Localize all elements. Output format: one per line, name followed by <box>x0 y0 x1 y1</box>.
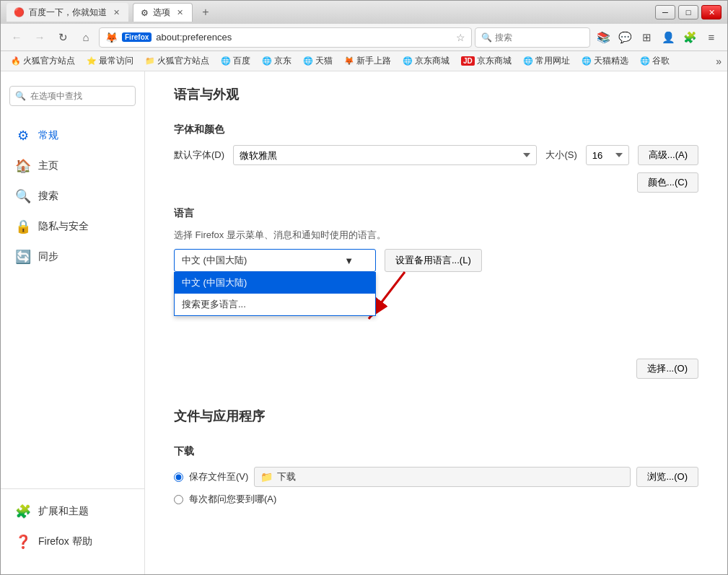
lang-option-more[interactable]: 搜索更多语言... <box>175 294 375 315</box>
sidebar-item-general[interactable]: ⚙ 常规 <box>1 120 144 151</box>
bookmark-most-visited[interactable]: ⭐ 最常访问 <box>82 53 138 69</box>
extensions-icon[interactable]: 🧩 <box>680 27 700 48</box>
lang-option-chinese[interactable]: 中文 (中国大陆) <box>175 272 375 294</box>
download-title: 下载 <box>174 445 698 458</box>
bookmark-tianmao-label: 天猫 <box>315 55 333 67</box>
default-font-label: 默认字体(D) <box>174 149 224 162</box>
language-desc: 选择 Firefox 显示菜单、消息和通知时使用的语言。 <box>174 229 698 242</box>
sidebar-item-home[interactable]: 🏠 主页 <box>1 151 144 181</box>
bookmark-jd-icon: 🌐 <box>262 56 272 66</box>
home-button[interactable]: ⌂ <box>76 27 96 48</box>
tab-baidu-label: 百度一下，你就知道 <box>29 6 107 19</box>
browse-button[interactable]: 浏览...(O) <box>636 467 698 487</box>
content-area: 语言与外观 字体和颜色 默认字体(D) 微软雅黑 大小(S) 16 高级...(… <box>145 71 727 574</box>
home-icon: 🏠 <box>15 158 31 174</box>
sidebar-item-privacy-label: 隐私与安全 <box>38 220 89 233</box>
bookmark-newuser[interactable]: 🦊 新手上路 <box>340 53 395 69</box>
sidebar-item-sync-label: 同步 <box>38 250 58 263</box>
bookmark-fox-icon: 🦊 <box>344 56 354 66</box>
bookmark-common-icon: 🌐 <box>523 56 533 66</box>
navbar: ← → ↻ ⌂ 🦊 Firefox about:preferences ☆ 🔍 … <box>1 24 727 51</box>
save-file-radio[interactable] <box>174 473 183 482</box>
chevron-down-icon: ▼ <box>344 255 354 266</box>
search-box[interactable]: 🔍 <box>475 27 590 48</box>
firefox-icon: 🦊 <box>105 32 118 43</box>
bookmarks-library-icon[interactable]: 📚 <box>593 27 613 48</box>
bookmark-folder-icon: 📁 <box>145 56 155 66</box>
bookmark-jdmall2[interactable]: JD 京东商城 <box>457 53 516 69</box>
bookmark-baidu-label: 百度 <box>233 55 250 67</box>
bookmark-fire-icon: 🔥 <box>11 56 21 66</box>
ask-each-radio[interactable] <box>174 495 183 504</box>
sidebar-item-addons[interactable]: 🧩 扩展和主题 <box>1 496 144 527</box>
bookmark-huohu[interactable]: 🔥 火狐官方站点 <box>6 53 79 69</box>
bookmark-tianmao[interactable]: 🌐 天猫 <box>299 53 337 69</box>
forward-button[interactable]: → <box>30 27 50 48</box>
bookmark-baidu[interactable]: 🌐 百度 <box>216 53 255 69</box>
size-label: 大小(S) <box>545 149 576 162</box>
browser-window: 🔴 百度一下，你就知道 ✕ ⚙ 选项 ✕ + ─ □ ✕ ← → ↻ ⌂ 🦊 F… <box>0 0 728 575</box>
sidebar-item-help[interactable]: ❓ Firefox 帮助 <box>1 527 144 557</box>
chat-icon[interactable]: 💬 <box>615 27 635 48</box>
toolbar-icons: 📚 💬 ⊞ 👤 🧩 ≡ <box>593 27 722 48</box>
sidebar-item-sync[interactable]: 🔄 同步 <box>1 242 144 272</box>
account-icon[interactable]: 👤 <box>658 27 678 48</box>
close-button[interactable]: ✕ <box>701 5 722 19</box>
language-selected-value: 中文 (中国大陆) <box>182 254 247 267</box>
gear-icon: ⚙ <box>15 128 31 144</box>
bookmark-huohu2[interactable]: 📁 火狐官方站点 <box>141 53 214 69</box>
ask-each-label: 每次都问您要到哪(A) <box>189 493 276 506</box>
tab-baidu[interactable]: 🔴 百度一下，你就知道 ✕ <box>6 3 128 22</box>
sidebar-item-search-label: 搜索 <box>38 190 58 203</box>
file-section: 文件与应用程序 下载 保存文件至(V) 📁 下载 浏览...(O) <box>174 408 698 506</box>
color-button[interactable]: 颜色...(C) <box>637 172 698 193</box>
tab-baidu-close[interactable]: ✕ <box>111 7 121 17</box>
bookmark-jdmall-icon: 🌐 <box>403 56 413 66</box>
prefs-search-input[interactable] <box>9 86 136 106</box>
bookmark-google[interactable]: 🌐 谷歌 <box>636 53 674 69</box>
minimize-button[interactable]: ─ <box>655 5 675 19</box>
ask-each-row: 每次都问您要到哪(A) <box>174 493 698 506</box>
folder-icon: 📁 <box>260 471 273 483</box>
menu-button[interactable]: ≡ <box>701 27 722 48</box>
bookmark-jdmall[interactable]: 🌐 京东商城 <box>398 53 454 69</box>
size-select[interactable]: 16 <box>586 145 629 165</box>
tab-prefs[interactable]: ⚙ 选项 ✕ <box>133 3 193 22</box>
search-input[interactable] <box>495 32 584 43</box>
maximize-button[interactable]: □ <box>678 5 698 19</box>
choose-button[interactable]: 选择...(O) <box>636 359 698 379</box>
bookmark-jd-label: 京东 <box>274 55 291 67</box>
address-bar[interactable]: 🦊 Firefox about:preferences ☆ <box>99 27 472 48</box>
bookmark-star[interactable]: ☆ <box>456 32 465 43</box>
window-controls: ─ □ ✕ <box>655 5 722 19</box>
bookmark-common-label: 常用网址 <box>535 55 570 67</box>
language-dropdown-button[interactable]: 中文 (中国大陆) ▼ <box>174 249 376 272</box>
bookmark-tianmao2-label: 天猫精选 <box>594 55 628 67</box>
lock-icon: 🔒 <box>15 219 31 234</box>
grid-icon[interactable]: ⊞ <box>636 27 657 48</box>
refresh-button[interactable]: ↻ <box>53 27 73 48</box>
bookmark-baidu-icon: 🌐 <box>221 56 231 66</box>
bookmark-jd[interactable]: 🌐 京东 <box>258 53 296 69</box>
firefox-badge: Firefox <box>122 32 152 42</box>
sidebar-bottom: 🧩 扩展和主题 ❓ Firefox 帮助 <box>1 488 144 557</box>
bookmark-tianmao2[interactable]: 🌐 天猫精选 <box>577 53 633 69</box>
main-area: 🔍 ⚙ 常规 🏠 主页 🔍 搜索 🔒 隐私与安全 🔄 同步 <box>1 71 727 574</box>
bookmark-common[interactable]: 🌐 常用网址 <box>519 53 574 69</box>
search-icon: 🔍 <box>481 32 492 43</box>
bookmark-jdmall2-label: 京东商城 <box>477 55 512 67</box>
font-color-title: 字体和颜色 <box>174 123 698 136</box>
sync-icon: 🔄 <box>15 249 31 265</box>
sidebar-item-privacy[interactable]: 🔒 隐私与安全 <box>1 211 144 242</box>
back-button[interactable]: ← <box>6 27 27 48</box>
bookmarks-more-button[interactable]: » <box>716 56 722 67</box>
sidebar-item-search[interactable]: 🔍 搜索 <box>1 181 144 211</box>
red-arrow-indicator <box>361 265 477 337</box>
advanced-button[interactable]: 高级...(A) <box>638 145 698 165</box>
tab-prefs-close[interactable]: ✕ <box>175 8 185 18</box>
new-tab-button[interactable]: + <box>197 4 214 21</box>
search-nav-icon: 🔍 <box>15 188 31 204</box>
language-dropdown: 中文 (中国大陆) 搜索更多语言... <box>174 272 376 316</box>
font-select[interactable]: 微软雅黑 <box>233 145 537 165</box>
sidebar-item-addons-label: 扩展和主题 <box>38 505 89 518</box>
